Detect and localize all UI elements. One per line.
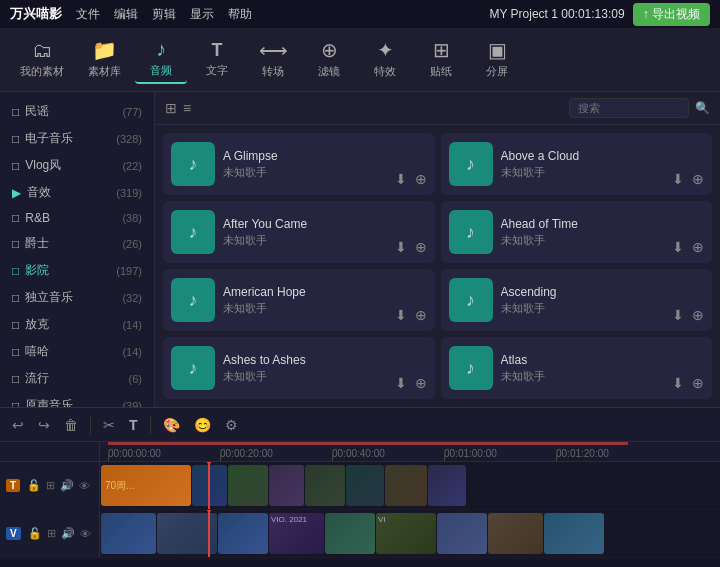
tool-my-assets[interactable]: 🗂 我的素材 [10,36,74,83]
add-button-2[interactable]: ⊕ [690,169,706,189]
sidebar-item-hiphop[interactable]: □ 嘻哈 (14) [0,338,154,365]
music-card-4[interactable]: ♪ Ahead of Time 未知歌手 ⬇ ⊕ [441,201,713,263]
tool-label-my-assets: 我的素材 [20,64,64,79]
clip-video-7[interactable] [437,513,487,554]
grid-view-toggle[interactable]: ⊞ [165,100,177,116]
download-button-3[interactable]: ⬇ [393,237,409,257]
sidebar: □ 民谣 (77) □ 电子音乐 (328) □ Vlog风 (22) ▶ 音效 [0,92,155,407]
tool-effects[interactable]: ✦ 特效 [359,36,411,83]
tool-label-sticker: 贴纸 [430,64,452,79]
text-button[interactable]: T [125,415,142,435]
clip-video-3[interactable] [218,513,268,554]
color-button[interactable]: 🎨 [159,415,184,435]
clip-small-6[interactable] [385,465,427,506]
menu-display[interactable]: 显示 [190,6,214,23]
tool-text[interactable]: T 文字 [191,37,243,82]
tool-transition[interactable]: ⟷ 转场 [247,36,299,83]
sidebar-item-cinema[interactable]: □ 影院 (197) [0,257,154,284]
music-card-8[interactable]: ♪ Atlas 未知歌手 ⬇ ⊕ [441,337,713,399]
track-eye-btn-text[interactable]: 👁 [78,479,91,493]
cut-button[interactable]: ✂ [99,415,119,435]
clip-small-4[interactable] [305,465,345,506]
timeline-ruler[interactable]: 00:00:00:00 00:00:20:00 00:00:40:00 00:0… [0,442,720,462]
add-button-1[interactable]: ⊕ [413,169,429,189]
clip-video-8[interactable] [488,513,543,554]
music-title-4: Ahead of Time [501,217,705,231]
add-button-8[interactable]: ⊕ [690,373,706,393]
list-view-toggle[interactable]: ≡ [183,100,191,116]
clip-video-6[interactable]: VI [376,513,436,554]
clip-video-5[interactable] [325,513,375,554]
delete-button[interactable]: 🗑 [60,415,82,435]
tool-sticker[interactable]: ⊞ 贴纸 [415,36,467,83]
clip-small-3[interactable] [269,465,304,506]
sidebar-item-original[interactable]: □ 原声音乐 (39) [0,392,154,407]
search-input[interactable] [569,98,689,118]
music-card-7[interactable]: ♪ Ashes to Ashes 未知歌手 ⬇ ⊕ [163,337,435,399]
download-button-4[interactable]: ⬇ [670,237,686,257]
track-eye-btn-video[interactable]: 👁 [79,527,92,541]
sidebar-item-indie[interactable]: □ 独立音乐 (32) [0,284,154,311]
music-thumbnail-7: ♪ [171,346,215,390]
redo-button[interactable]: ↪ [34,415,54,435]
menu-cut[interactable]: 剪辑 [152,6,176,23]
clip-video-4[interactable]: VIO. 2021 [269,513,324,554]
folder-icon-original: □ [12,399,19,408]
track-magnet-btn-text[interactable]: ⊞ [45,478,56,493]
emoji-button[interactable]: 😊 [190,415,215,435]
music-card-6[interactable]: ♪ Ascending 未知歌手 ⬇ ⊕ [441,269,713,331]
music-card-5[interactable]: ♪ American Hope 未知歌手 ⬇ ⊕ [163,269,435,331]
music-actions-2: ⬇ ⊕ [670,169,706,189]
download-button-8[interactable]: ⬇ [670,373,686,393]
undo-button[interactable]: ↩ [8,415,28,435]
download-button-2[interactable]: ⬇ [670,169,686,189]
folder-icon-hiphop: □ [12,345,19,359]
tool-audio[interactable]: ♪ 音频 [135,35,187,84]
add-button-6[interactable]: ⊕ [690,305,706,325]
sidebar-item-folk[interactable]: □ 民谣 (77) [0,98,154,125]
title-right: MY Project 1 00:01:13:09 ↑ 导出视频 [489,3,710,26]
clip-text-1[interactable]: 70周... [101,465,191,506]
sidebar-item-rock[interactable]: □ 放克 (14) [0,311,154,338]
settings-button[interactable]: ⚙ [221,415,242,435]
sidebar-item-sfx[interactable]: ▶ 音效 (319) [0,179,154,206]
download-button-6[interactable]: ⬇ [670,305,686,325]
music-card-3[interactable]: ♪ After You Came 未知歌手 ⬇ ⊕ [163,201,435,263]
clip-inner-7 [437,513,487,554]
clip-inner-9 [544,513,604,554]
music-title-8: Atlas [501,353,705,367]
menu-edit[interactable]: 编辑 [114,6,138,23]
clip-small-7[interactable] [428,465,466,506]
menu-file[interactable]: 文件 [76,6,100,23]
music-card-2[interactable]: ♪ Above a Cloud 未知歌手 ⬇ ⊕ [441,133,713,195]
sidebar-item-vlog[interactable]: □ Vlog风 (22) [0,152,154,179]
clip-small-5[interactable] [346,465,384,506]
clip-small-2[interactable] [228,465,268,506]
track-magnet-btn-video[interactable]: ⊞ [46,526,57,541]
add-button-7[interactable]: ⊕ [413,373,429,393]
add-button-4[interactable]: ⊕ [690,237,706,257]
download-button-7[interactable]: ⬇ [393,373,409,393]
export-button[interactable]: ↑ 导出视频 [633,3,710,26]
search-icon[interactable]: 🔍 [695,101,710,115]
add-button-5[interactable]: ⊕ [413,305,429,325]
tool-asset-library[interactable]: 📁 素材库 [78,36,131,83]
track-lock-btn-text[interactable]: 🔓 [26,478,42,493]
sidebar-item-rb[interactable]: □ R&B (38) [0,206,154,230]
track-lock-btn-video[interactable]: 🔓 [27,526,43,541]
sidebar-item-edm[interactable]: □ 电子音乐 (328) [0,125,154,152]
music-card-1[interactable]: ♪ A Glimpse 未知歌手 ⬇ ⊕ [163,133,435,195]
track-volume-btn-text[interactable]: 🔊 [59,478,75,493]
track-volume-btn-video[interactable]: 🔊 [60,526,76,541]
project-info: MY Project 1 00:01:13:09 [489,7,624,21]
menu-help[interactable]: 帮助 [228,6,252,23]
download-button-5[interactable]: ⬇ [393,305,409,325]
download-button-1[interactable]: ⬇ [393,169,409,189]
sidebar-item-pop[interactable]: □ 流行 (6) [0,365,154,392]
clip-video-9[interactable] [544,513,604,554]
sidebar-item-jazz[interactable]: □ 爵士 (26) [0,230,154,257]
clip-video-1[interactable] [101,513,156,554]
tool-filter[interactable]: ⊕ 滤镜 [303,36,355,83]
add-button-3[interactable]: ⊕ [413,237,429,257]
tool-split[interactable]: ▣ 分屏 [471,36,523,83]
